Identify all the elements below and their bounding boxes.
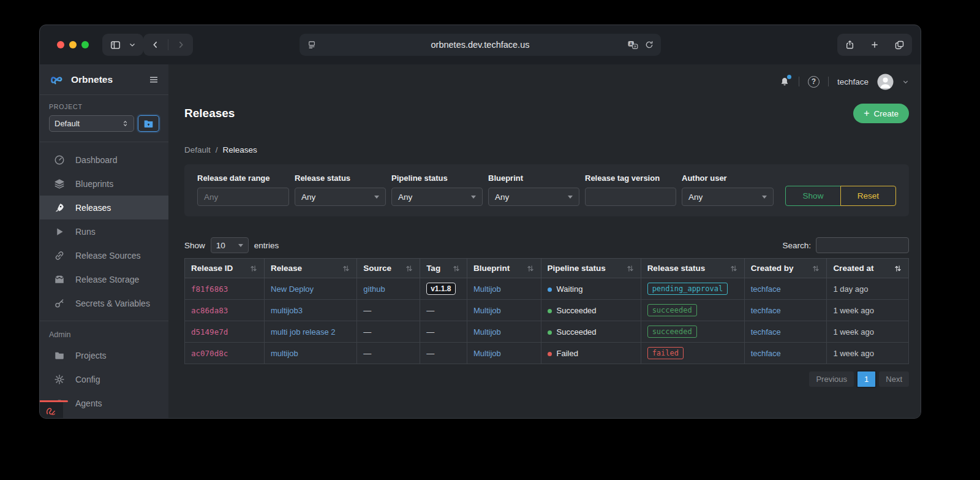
project-browse-button[interactable]: [138, 115, 159, 132]
project-select[interactable]: Default: [49, 115, 134, 132]
url-text[interactable]: orbnetes.dev.techface.us: [300, 40, 661, 50]
created-by-link[interactable]: techface: [751, 349, 781, 358]
zoom-window-button[interactable]: [81, 41, 89, 48]
create-button[interactable]: + Create: [853, 104, 909, 123]
minimize-window-button[interactable]: [69, 41, 77, 48]
blueprint-link[interactable]: Multijob: [473, 306, 501, 315]
forward-icon[interactable]: [176, 40, 186, 50]
column-label: Pipeline status: [548, 264, 626, 273]
updown-chevrons-icon: [122, 120, 129, 128]
created-by-link[interactable]: techface: [751, 327, 781, 337]
created-by-link[interactable]: techface: [751, 306, 781, 315]
next-page-button[interactable]: Next: [879, 371, 909, 387]
column-header-pipeline-status[interactable]: Pipeline status: [541, 259, 641, 278]
filter-select-pipeline-status[interactable]: Any: [391, 188, 483, 206]
page-size-select[interactable]: 10: [211, 237, 249, 253]
cell-pipeline-status: Succeeded: [541, 321, 641, 343]
breadcrumb-project[interactable]: Default: [184, 145, 211, 154]
column-header-created-at[interactable]: Created at: [827, 259, 909, 278]
dev-mode-badge[interactable]: [40, 402, 63, 419]
cell-created-by: techface: [744, 343, 827, 364]
sidebar-item-release-sources[interactable]: Release Sources: [40, 243, 168, 267]
notifications-bell-icon[interactable]: [779, 76, 790, 88]
sidebar-item-label: Dashboard: [75, 155, 118, 165]
source-link[interactable]: github: [363, 284, 385, 294]
release-id-link[interactable]: f81f6863: [191, 284, 228, 294]
previous-page-button[interactable]: Previous: [809, 371, 854, 387]
sidebar-item-releases[interactable]: Releases: [40, 196, 168, 219]
current-page-button[interactable]: 1: [856, 370, 876, 388]
blueprint-link[interactable]: Multijob: [473, 327, 501, 337]
created-at-text: 1 week ago: [833, 306, 874, 315]
release-link[interactable]: multijob: [271, 349, 298, 358]
status-dot-icon: [548, 352, 552, 356]
column-header-release-id[interactable]: Release ID: [185, 259, 265, 278]
filter-panel: Release date rangeRelease statusAnyPipel…: [184, 164, 909, 216]
filter-group-pipeline-status: Pipeline statusAny: [391, 173, 483, 206]
filter-input-release-date-range[interactable]: [197, 188, 289, 206]
reset-button[interactable]: Reset: [840, 186, 896, 206]
sidebar-item-runs[interactable]: Runs: [40, 219, 168, 243]
filter-select-release-status[interactable]: Any: [295, 188, 386, 206]
share-icon[interactable]: [845, 39, 855, 50]
link-icon: [54, 250, 65, 261]
release-id-link[interactable]: ac86da83: [191, 306, 228, 315]
sidebar-item-dashboard[interactable]: Dashboard: [40, 148, 168, 172]
filter-label: Author user: [682, 173, 774, 183]
blueprint-link[interactable]: Multijob: [473, 349, 501, 358]
blueprint-link[interactable]: Multijob: [473, 284, 501, 294]
cell-tag: v1.1.8: [420, 278, 467, 300]
sidebar-item-secrets-variables[interactable]: Secrets & Variables: [40, 291, 168, 315]
table-controls: Show 10 entries Search:: [184, 237, 909, 253]
browser-sidebar-controls: [102, 34, 143, 56]
reload-icon[interactable]: [644, 40, 654, 50]
release-link[interactable]: multijob3: [271, 306, 303, 315]
sidebar-item-projects[interactable]: Projects: [40, 343, 168, 367]
address-bar[interactable]: orbnetes.dev.techface.us A: [300, 34, 661, 56]
cell-blueprint: Multijob: [467, 300, 541, 321]
sidebar-toggle-icon[interactable]: [110, 39, 121, 51]
sidebar-item-blueprints[interactable]: Blueprints: [40, 172, 168, 196]
close-window-button[interactable]: [57, 41, 64, 48]
column-header-source[interactable]: Source: [357, 259, 420, 278]
back-icon[interactable]: [151, 40, 160, 50]
filter-select-author-user[interactable]: Any: [682, 188, 774, 206]
column-header-release[interactable]: Release: [265, 259, 357, 278]
cell-release-id: f81f6863: [185, 278, 265, 300]
release-id-link[interactable]: ac070d8c: [191, 349, 228, 358]
filter-label: Pipeline status: [391, 173, 483, 183]
notification-dot: [787, 75, 791, 79]
empty-value: —: [363, 349, 371, 358]
column-header-tag[interactable]: Tag: [420, 259, 467, 278]
filter-select-blueprint[interactable]: Any: [488, 188, 579, 206]
avatar[interactable]: [877, 74, 894, 90]
filter-input-release-tag-version[interactable]: [585, 188, 676, 206]
cell-source: github: [357, 278, 420, 300]
chevron-down-icon[interactable]: [129, 41, 136, 48]
created-by-link[interactable]: techface: [751, 284, 781, 294]
sidebar-item-release-storage[interactable]: Release Storage: [40, 267, 168, 291]
caret-down-icon: [762, 196, 767, 199]
user-menu-chevron-icon[interactable]: [902, 78, 909, 85]
column-label: Source: [363, 264, 405, 273]
help-icon[interactable]: ?: [808, 76, 820, 88]
sidebar-item-label: Projects: [75, 351, 107, 360]
search-input[interactable]: [816, 237, 909, 253]
folder-icon: [54, 350, 65, 361]
release-link[interactable]: multi job release 2: [271, 327, 336, 337]
release-id-link[interactable]: d5149e7d: [191, 327, 228, 337]
release-link[interactable]: New Deploy: [271, 284, 314, 294]
column-header-release-status[interactable]: Release status: [641, 259, 744, 278]
project-label: PROJECT: [49, 103, 159, 110]
sort-icon: [452, 264, 461, 273]
hamburger-menu-icon[interactable]: [148, 74, 159, 85]
column-header-blueprint[interactable]: Blueprint: [467, 259, 541, 278]
caret-down-icon: [238, 244, 243, 247]
show-button[interactable]: Show: [785, 186, 841, 206]
new-tab-icon[interactable]: [870, 40, 880, 50]
translate-icon[interactable]: A: [627, 40, 639, 50]
column-header-created-by[interactable]: Created by: [744, 259, 827, 278]
sidebar-item-config[interactable]: Config: [40, 367, 168, 391]
folder-blue-icon: [143, 119, 154, 128]
tabs-overview-icon[interactable]: [894, 40, 905, 50]
